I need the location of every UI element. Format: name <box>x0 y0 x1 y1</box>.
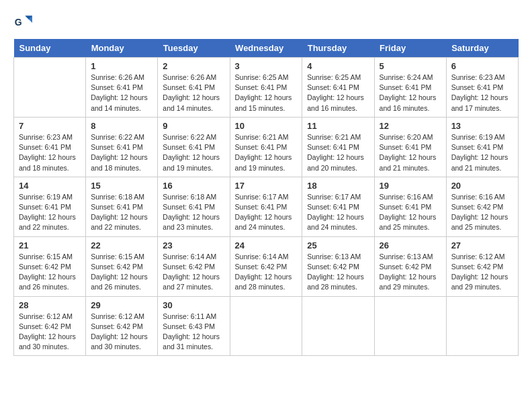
calendar-cell: 16Sunrise: 6:18 AM Sunset: 6:41 PM Dayli… <box>158 177 230 236</box>
day-info: Sunrise: 6:23 AM Sunset: 6:41 PM Dayligh… <box>451 73 513 113</box>
day-number: 8 <box>91 121 152 131</box>
calendar-cell <box>230 296 302 356</box>
day-number: 14 <box>19 181 81 191</box>
calendar-cell: 23Sunrise: 6:14 AM Sunset: 6:42 PM Dayli… <box>158 236 230 296</box>
day-number: 9 <box>163 121 224 131</box>
header-thursday: Thursday <box>302 39 374 58</box>
day-number: 18 <box>307 181 369 191</box>
day-number: 6 <box>451 61 513 71</box>
day-info: Sunrise: 6:26 AM Sunset: 6:41 PM Dayligh… <box>91 73 152 113</box>
day-info: Sunrise: 6:19 AM Sunset: 6:41 PM Dayligh… <box>451 132 513 173</box>
calendar-cell: 24Sunrise: 6:14 AM Sunset: 6:42 PM Dayli… <box>230 236 302 296</box>
logo: G <box>13 13 35 32</box>
page-header: G <box>13 13 519 32</box>
calendar-cell: 21Sunrise: 6:15 AM Sunset: 6:42 PM Dayli… <box>14 236 86 296</box>
day-info: Sunrise: 6:12 AM Sunset: 6:42 PM Dayligh… <box>91 312 152 353</box>
calendar-cell: 15Sunrise: 6:18 AM Sunset: 6:41 PM Dayli… <box>86 177 158 236</box>
day-number: 2 <box>163 61 224 71</box>
day-info: Sunrise: 6:15 AM Sunset: 6:42 PM Dayligh… <box>19 252 81 293</box>
day-number: 11 <box>307 121 369 131</box>
day-number: 16 <box>163 181 224 191</box>
day-info: Sunrise: 6:19 AM Sunset: 6:41 PM Dayligh… <box>19 192 81 233</box>
calendar-cell: 14Sunrise: 6:19 AM Sunset: 6:41 PM Dayli… <box>14 177 86 236</box>
calendar-cell: 19Sunrise: 6:16 AM Sunset: 6:41 PM Dayli… <box>374 177 446 236</box>
day-info: Sunrise: 6:13 AM Sunset: 6:42 PM Dayligh… <box>307 252 369 293</box>
calendar-cell: 30Sunrise: 6:11 AM Sunset: 6:43 PM Dayli… <box>158 296 230 356</box>
calendar-cell: 29Sunrise: 6:12 AM Sunset: 6:42 PM Dayli… <box>86 296 158 356</box>
day-number: 20 <box>451 181 513 191</box>
day-number: 10 <box>235 121 298 131</box>
calendar-header-row: SundayMondayTuesdayWednesdayThursdayFrid… <box>14 39 519 58</box>
day-info: Sunrise: 6:17 AM Sunset: 6:41 PM Dayligh… <box>235 192 298 233</box>
day-info: Sunrise: 6:18 AM Sunset: 6:41 PM Dayligh… <box>91 192 152 233</box>
calendar-week-row: 1Sunrise: 6:26 AM Sunset: 6:41 PM Daylig… <box>14 58 519 118</box>
day-info: Sunrise: 6:16 AM Sunset: 6:42 PM Dayligh… <box>451 192 513 233</box>
day-number: 24 <box>235 240 298 250</box>
calendar-cell <box>302 296 374 356</box>
day-info: Sunrise: 6:22 AM Sunset: 6:41 PM Dayligh… <box>91 132 152 173</box>
calendar-week-row: 14Sunrise: 6:19 AM Sunset: 6:41 PM Dayli… <box>14 177 519 236</box>
day-info: Sunrise: 6:24 AM Sunset: 6:41 PM Dayligh… <box>380 73 441 113</box>
logo-icon: G <box>13 13 32 32</box>
day-number: 12 <box>380 121 441 131</box>
day-info: Sunrise: 6:12 AM Sunset: 6:42 PM Dayligh… <box>451 252 513 293</box>
day-number: 7 <box>19 121 81 131</box>
day-number: 25 <box>307 240 369 250</box>
calendar-cell: 4Sunrise: 6:25 AM Sunset: 6:41 PM Daylig… <box>302 58 374 118</box>
calendar-cell <box>374 296 446 356</box>
calendar-cell <box>446 296 518 356</box>
day-number: 26 <box>380 240 441 250</box>
header-sunday: Sunday <box>14 39 86 58</box>
calendar-cell: 25Sunrise: 6:13 AM Sunset: 6:42 PM Dayli… <box>302 236 374 296</box>
day-number: 3 <box>235 61 298 71</box>
calendar-cell: 5Sunrise: 6:24 AM Sunset: 6:41 PM Daylig… <box>374 58 446 118</box>
day-info: Sunrise: 6:17 AM Sunset: 6:41 PM Dayligh… <box>307 192 369 233</box>
calendar-cell: 12Sunrise: 6:20 AM Sunset: 6:41 PM Dayli… <box>374 117 446 177</box>
calendar-cell: 27Sunrise: 6:12 AM Sunset: 6:42 PM Dayli… <box>446 236 518 296</box>
calendar-cell: 22Sunrise: 6:15 AM Sunset: 6:42 PM Dayli… <box>86 236 158 296</box>
calendar-week-row: 21Sunrise: 6:15 AM Sunset: 6:42 PM Dayli… <box>14 236 519 296</box>
day-number: 30 <box>163 300 224 310</box>
calendar-cell: 20Sunrise: 6:16 AM Sunset: 6:42 PM Dayli… <box>446 177 518 236</box>
calendar-week-row: 28Sunrise: 6:12 AM Sunset: 6:42 PM Dayli… <box>14 296 519 356</box>
calendar-cell: 10Sunrise: 6:21 AM Sunset: 6:41 PM Dayli… <box>230 117 302 177</box>
calendar-cell: 26Sunrise: 6:13 AM Sunset: 6:42 PM Dayli… <box>374 236 446 296</box>
day-number: 5 <box>380 61 441 71</box>
day-number: 21 <box>19 240 81 250</box>
day-info: Sunrise: 6:21 AM Sunset: 6:41 PM Dayligh… <box>307 132 369 173</box>
calendar-cell: 28Sunrise: 6:12 AM Sunset: 6:42 PM Dayli… <box>14 296 86 356</box>
day-info: Sunrise: 6:14 AM Sunset: 6:42 PM Dayligh… <box>235 252 298 293</box>
day-info: Sunrise: 6:23 AM Sunset: 6:41 PM Dayligh… <box>19 132 81 173</box>
day-info: Sunrise: 6:16 AM Sunset: 6:41 PM Dayligh… <box>380 192 441 233</box>
day-info: Sunrise: 6:21 AM Sunset: 6:41 PM Dayligh… <box>235 132 298 173</box>
day-number: 28 <box>19 300 81 310</box>
calendar-cell: 6Sunrise: 6:23 AM Sunset: 6:41 PM Daylig… <box>446 58 518 118</box>
day-info: Sunrise: 6:26 AM Sunset: 6:41 PM Dayligh… <box>163 73 224 113</box>
day-info: Sunrise: 6:14 AM Sunset: 6:42 PM Dayligh… <box>163 252 224 293</box>
day-number: 19 <box>380 181 441 191</box>
day-number: 13 <box>451 121 513 131</box>
calendar-cell: 13Sunrise: 6:19 AM Sunset: 6:41 PM Dayli… <box>446 117 518 177</box>
calendar-cell: 17Sunrise: 6:17 AM Sunset: 6:41 PM Dayli… <box>230 177 302 236</box>
header-tuesday: Tuesday <box>158 39 230 58</box>
calendar-cell: 8Sunrise: 6:22 AM Sunset: 6:41 PM Daylig… <box>86 117 158 177</box>
header-saturday: Saturday <box>446 39 518 58</box>
calendar-cell <box>14 58 86 118</box>
header-friday: Friday <box>374 39 446 58</box>
day-info: Sunrise: 6:25 AM Sunset: 6:41 PM Dayligh… <box>235 73 298 113</box>
day-info: Sunrise: 6:12 AM Sunset: 6:42 PM Dayligh… <box>19 312 81 353</box>
day-info: Sunrise: 6:20 AM Sunset: 6:41 PM Dayligh… <box>380 132 441 173</box>
day-number: 29 <box>91 300 152 310</box>
day-number: 1 <box>91 61 152 71</box>
calendar-table: SundayMondayTuesdayWednesdayThursdayFrid… <box>13 39 519 356</box>
header-wednesday: Wednesday <box>230 39 302 58</box>
day-number: 22 <box>91 240 152 250</box>
calendar-cell: 9Sunrise: 6:22 AM Sunset: 6:41 PM Daylig… <box>158 117 230 177</box>
day-number: 23 <box>163 240 224 250</box>
day-number: 17 <box>235 181 298 191</box>
day-info: Sunrise: 6:13 AM Sunset: 6:42 PM Dayligh… <box>380 252 441 293</box>
day-info: Sunrise: 6:18 AM Sunset: 6:41 PM Dayligh… <box>163 192 224 233</box>
calendar-cell: 7Sunrise: 6:23 AM Sunset: 6:41 PM Daylig… <box>14 117 86 177</box>
calendar-cell: 1Sunrise: 6:26 AM Sunset: 6:41 PM Daylig… <box>86 58 158 118</box>
svg-text:G: G <box>15 17 22 28</box>
